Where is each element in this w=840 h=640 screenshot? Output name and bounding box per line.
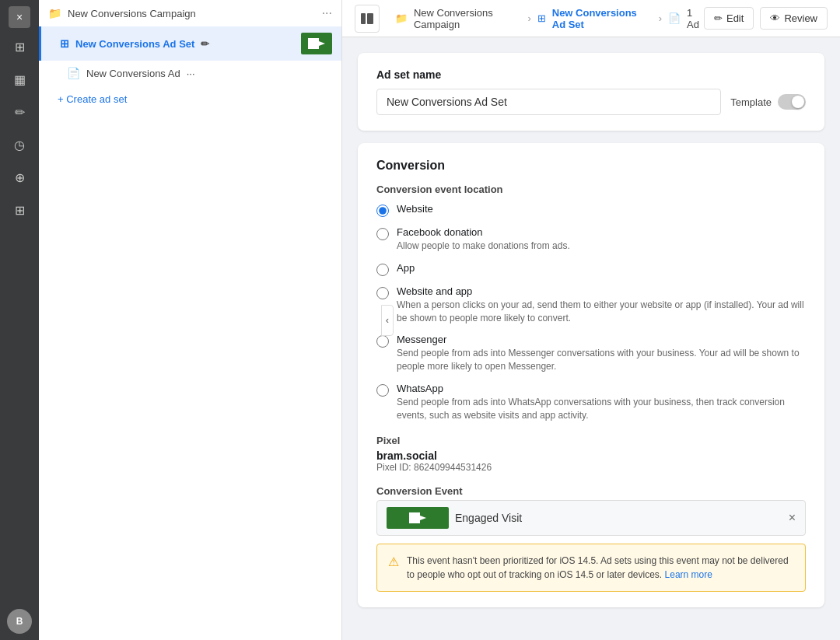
conversion-event-input-row: Engaged Visit × [376, 500, 806, 536]
learn-more-link[interactable]: Learn more [665, 569, 712, 580]
breadcrumb-adset-name: New Conversions Ad Set [552, 7, 653, 30]
conversion-section-title: Conversion [376, 159, 806, 173]
arrow-icon [409, 511, 426, 525]
radio-website-label[interactable]: Website [397, 203, 433, 215]
icon-sidebar: × ⊞ ▦ ✏ ◷ ⊕ ⊞ B [0, 0, 39, 640]
breadcrumb-ad-icon: 📄 [668, 12, 681, 24]
radio-option-whatsapp: WhatsApp Send people from ads into Whats… [376, 383, 806, 422]
warning-icon: ⚠ [388, 554, 399, 569]
ad-icon: 📄 [67, 67, 80, 79]
ad-more-button[interactable]: ··· [187, 68, 195, 79]
breadcrumb-adset-icon: ⊞ [537, 12, 546, 24]
campaign-icon: 📁 [48, 7, 61, 19]
avatar[interactable]: B [7, 609, 32, 634]
conversion-event-arrow-indicator [387, 507, 449, 529]
ad-item[interactable]: 📄 New Conversions Ad ··· [39, 61, 341, 86]
radio-option-website: Website [376, 203, 806, 217]
svg-marker-0 [308, 38, 325, 49]
radio-facebook-donation-desc: Allow people to make donations from ads. [397, 240, 806, 253]
panel-layout-icon [361, 13, 373, 24]
adset-arrow-indicator [301, 33, 332, 54]
svg-marker-3 [409, 512, 426, 523]
form-area: Ad set name Template Conversion Conversi… [342, 37, 840, 640]
home-icon-btn[interactable]: ⊞ [5, 33, 33, 61]
adset-edit-icon[interactable]: ✏ [201, 38, 209, 50]
clock-icon-btn[interactable]: ◷ [5, 131, 33, 159]
ad-name: New Conversions Ad [86, 68, 180, 79]
radio-messenger[interactable] [376, 335, 389, 348]
pixel-name: bram.social [376, 449, 806, 462]
radio-website-and-app[interactable] [376, 287, 389, 299]
edit-button[interactable]: ✏ Edit [704, 7, 754, 30]
conversion-event-location-label: Conversion event location [376, 184, 806, 195]
edit-icon: ✏ [714, 12, 723, 24]
adset-name: New Conversions Ad Set [75, 38, 194, 50]
edit-icon: ✏ [15, 105, 25, 120]
audience-icon: ⊕ [15, 170, 25, 185]
adset-name-label: Ad set name [376, 68, 806, 81]
svg-rect-1 [361, 13, 366, 24]
pixel-label: Pixel [376, 435, 806, 446]
svg-rect-2 [367, 13, 373, 24]
conversion-event-value: Engaged Visit [455, 512, 789, 524]
breadcrumb-actions: ✏ Edit 👁 Review [704, 7, 828, 30]
campaign-more-button[interactable]: ··· [322, 6, 332, 20]
collapse-sidebar-button[interactable]: ‹ [381, 305, 394, 336]
edit-icon-btn[interactable]: ✏ [5, 98, 33, 126]
close-button[interactable]: × [9, 6, 30, 28]
pixel-section: Pixel bram.social Pixel ID: 862409944531… [376, 435, 806, 473]
create-adset-button[interactable]: + Create ad set [39, 86, 341, 113]
grid-icon-btn[interactable]: ⊞ [5, 196, 33, 224]
warning-box: ⚠ This event hasn't been prioritized for… [376, 544, 806, 592]
radio-whatsapp[interactable] [376, 384, 389, 397]
radio-whatsapp-desc: Send people from ads into WhatsApp conve… [397, 396, 806, 422]
radio-messenger-label[interactable]: Messenger [397, 334, 446, 345]
breadcrumb: 📁 New Conversions Campaign › ⊞ New Conve… [395, 7, 704, 30]
template-toggle-switch[interactable] [778, 94, 806, 110]
radio-app[interactable] [376, 264, 389, 276]
conversion-event-clear-button[interactable]: × [789, 511, 796, 525]
adset-item[interactable]: ⊞ New Conversions Ad Set ✏ [39, 26, 341, 61]
breadcrumb-sep2: › [659, 12, 662, 24]
radio-facebook-donation-label[interactable]: Facebook donation [397, 226, 483, 238]
chart-icon-btn[interactable]: ▦ [5, 65, 33, 93]
audience-icon-btn[interactable]: ⊕ [5, 163, 33, 191]
radio-facebook-donation[interactable] [376, 228, 389, 240]
review-button[interactable]: 👁 Review [760, 7, 828, 30]
sidebar-wrapper: 📁 New Conversions Campaign ··· ⊞ New Con… [39, 0, 342, 640]
home-icon: ⊞ [15, 40, 25, 54]
radio-messenger-desc: Send people from ads into Messenger conv… [397, 347, 806, 373]
radio-website[interactable] [376, 205, 389, 217]
panel-toggle-button[interactable] [355, 5, 380, 33]
radio-option-messenger: Messenger Send people from ads into Mess… [376, 334, 806, 373]
adset-name-input[interactable] [376, 89, 721, 115]
radio-website-and-app-desc: When a person clicks on your ad, send th… [397, 299, 806, 325]
radio-website-and-app-label[interactable]: Website and app [397, 285, 472, 297]
campaign-item[interactable]: 📁 New Conversions Campaign ··· [39, 0, 341, 26]
conversion-event-label: Conversion Event [376, 485, 806, 497]
review-icon: 👁 [770, 12, 780, 24]
radio-app-label[interactable]: App [397, 262, 415, 274]
adset-name-row: Template [376, 89, 806, 115]
conversion-card: Conversion Conversion event location Web… [358, 143, 824, 607]
radio-whatsapp-label[interactable]: WhatsApp [397, 383, 443, 394]
toggle-knob [792, 96, 804, 108]
breadcrumb-campaign-icon: 📁 [395, 12, 408, 24]
radio-option-facebook-donation: Facebook donation Allow people to make d… [376, 226, 806, 253]
breadcrumb-sep1: › [527, 12, 530, 24]
chart-icon: ▦ [14, 72, 26, 87]
breadcrumb-bar: 📁 New Conversions Campaign › ⊞ New Conve… [342, 0, 840, 37]
grid-icon: ⊞ [15, 203, 25, 218]
radio-option-website-and-app: Website and app When a person clicks on … [376, 285, 806, 325]
warning-text: This event hasn't been prioritized for i… [407, 554, 794, 582]
pixel-id: Pixel ID: 862409944531426 [376, 462, 806, 473]
template-label: Template [730, 96, 772, 108]
template-toggle-group: Template [730, 94, 806, 110]
arrow-right-icon [308, 37, 325, 51]
adset-grid-icon: ⊞ [60, 37, 69, 50]
radio-option-app: App [376, 262, 806, 276]
conversion-event-section: Conversion Event Engaged Visit × ⚠ [376, 485, 806, 592]
adset-name-card: Ad set name Template [358, 53, 824, 131]
panel-sidebar: 📁 New Conversions Campaign ··· ⊞ New Con… [39, 0, 342, 640]
breadcrumb-ad-name: 1 Ad [687, 7, 704, 30]
